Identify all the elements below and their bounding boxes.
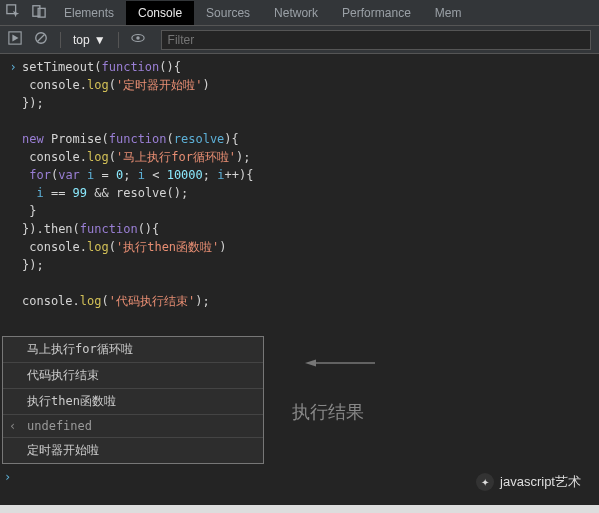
output-row: 执行then函数啦 [3, 389, 263, 415]
tab-network[interactable]: Network [262, 1, 330, 25]
result-label: 执行结果 [292, 400, 364, 424]
output-row: 定时器开始啦 [3, 438, 263, 463]
tab-sources[interactable]: Sources [194, 1, 262, 25]
chevron-down-icon: ▼ [94, 33, 106, 47]
output-row: 马上执行for循环啦 [3, 337, 263, 363]
output-row: 代码执行结束 [3, 363, 263, 389]
console-body: ›setTimeout(function(){ console.log('定时器… [0, 54, 599, 314]
inspect-icon[interactable] [6, 4, 20, 21]
tab-memory[interactable]: Mem [423, 1, 474, 25]
tab-elements[interactable]: Elements [52, 1, 126, 25]
tab-performance[interactable]: Performance [330, 1, 423, 25]
watermark: ✦ javascript艺术 [476, 473, 581, 491]
wechat-icon: ✦ [476, 473, 494, 491]
code: setTimeout(function(){ [22, 58, 181, 76]
play-icon[interactable] [8, 31, 22, 48]
filter-input[interactable] [161, 30, 591, 50]
svg-point-7 [136, 36, 140, 40]
svg-line-5 [38, 35, 45, 42]
watermark-text: javascript艺术 [500, 473, 581, 491]
output-box: 马上执行for循环啦 代码执行结束 执行then函数啦 ‹undefined 定… [2, 336, 264, 464]
context-label: top [73, 33, 90, 47]
device-icon[interactable] [32, 4, 46, 21]
tab-icons [0, 4, 52, 21]
separator [118, 32, 119, 48]
tab-console[interactable]: Console [126, 1, 194, 25]
eye-icon[interactable] [131, 31, 145, 48]
bottom-border [0, 505, 599, 513]
svg-marker-9 [305, 360, 316, 367]
devtools-tabs: Elements Console Sources Network Perform… [0, 0, 599, 26]
console-toolbar: top ▼ [0, 26, 599, 54]
prompt-icon: › [4, 58, 22, 76]
prompt-icon[interactable]: › [4, 470, 11, 484]
output-row: ‹undefined [3, 415, 263, 438]
svg-rect-1 [33, 6, 40, 17]
return-icon: ‹ [9, 419, 16, 433]
arrow-annotation [270, 358, 410, 368]
clear-icon[interactable] [34, 31, 48, 48]
context-selector[interactable]: top ▼ [73, 33, 106, 47]
separator [60, 32, 61, 48]
